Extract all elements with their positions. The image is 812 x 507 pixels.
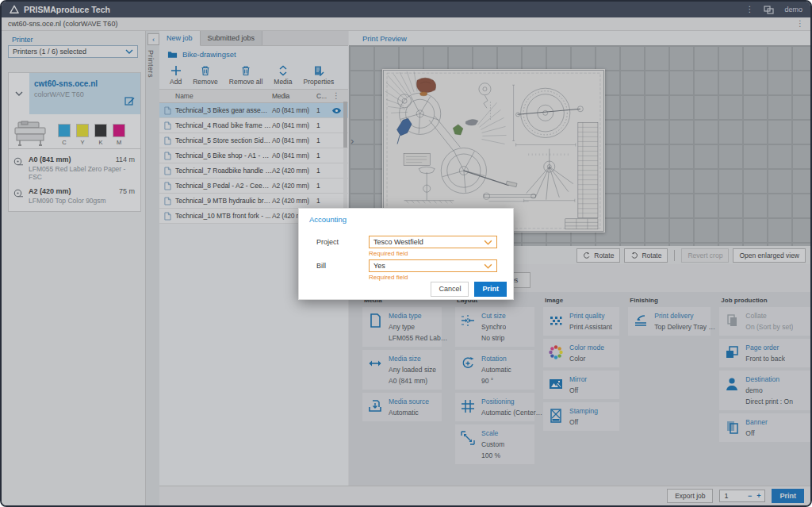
app-window: PRISMAproduce Tech ⋮ demo cwt60-sns.oce.… [0,0,812,507]
chevron-down-icon [484,240,492,245]
project-value: Tesco Westfield [373,238,423,246]
chevron-down-icon [484,263,492,269]
project-select[interactable]: Tesco Westfield [369,236,497,248]
accounting-dialog: Accounting Project Tesco Westfield Requi… [298,208,514,300]
dialog-footer: Cancel Print [299,278,513,299]
bill-select[interactable]: Yes [369,259,497,272]
bill-value: Yes [373,262,385,270]
cancel-button[interactable]: Cancel [431,282,469,297]
dialog-print-button[interactable]: Print [474,282,507,297]
dialog-title: Accounting [309,215,513,224]
project-required-hint: Required field [369,250,408,257]
project-label: Project [316,238,339,246]
bill-label: Bill [316,262,326,270]
